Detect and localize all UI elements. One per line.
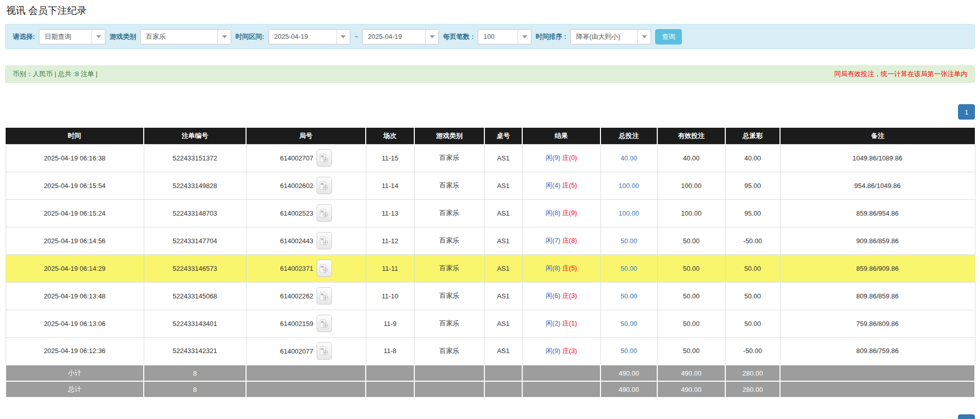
cell-round-id: 614002159 <box>246 310 366 337</box>
page-size-select[interactable]: 100 <box>478 29 531 44</box>
round-number: 614002602 <box>280 182 313 190</box>
result-banker: 庄(0) <box>562 154 577 161</box>
total-bet-link[interactable]: 50.00 <box>620 347 637 355</box>
cell-game-type: 百家乐 <box>414 199 484 227</box>
query-type-value: 日期查询 <box>39 32 92 41</box>
cell-time: 2025-04-19 06:14:56 <box>6 227 144 254</box>
column-header: 有效投注 <box>657 128 725 144</box>
date-from-select[interactable]: 2025-04-19 <box>269 29 350 44</box>
video-replay-button[interactable] <box>317 260 332 277</box>
round-number: 614002523 <box>280 210 313 217</box>
cell-remark: 759.86/809.86 <box>780 310 975 337</box>
footer-label: 小计 <box>6 365 144 381</box>
column-header: 时间 <box>6 128 144 144</box>
cell-game-type: 百家乐 <box>414 310 484 337</box>
result-player: 闲(4) <box>546 181 561 189</box>
round-number: 614002371 <box>280 265 313 272</box>
cell-round-id: 614002523 <box>246 199 366 227</box>
footer-empty <box>484 365 522 381</box>
total-bet-link[interactable]: 40.00 <box>620 154 637 162</box>
footer-payout: 280.00 <box>725 365 780 381</box>
footer-empty <box>414 381 484 398</box>
footer-empty <box>366 381 414 398</box>
total-bet-link[interactable]: 100.00 <box>619 182 639 190</box>
sort-select[interactable]: 降幂(由大到小) <box>570 29 651 44</box>
cell-payout: 95.00 <box>725 199 780 227</box>
game-type-select[interactable]: 百家乐 <box>140 29 231 44</box>
total-bet-link[interactable]: 50.00 <box>620 237 637 245</box>
cell-remark: 859.86/954.86 <box>780 199 975 227</box>
chevron-down-icon <box>425 30 438 44</box>
cell-time: 2025-04-19 06:15:24 <box>6 199 144 227</box>
date-to-select[interactable]: 2025-04-19 <box>362 29 439 44</box>
total-bet-link[interactable]: 50.00 <box>620 320 637 328</box>
result-player: 闲(2) <box>546 319 561 327</box>
query-type-select[interactable]: 日期查询 <box>39 29 105 44</box>
search-button[interactable]: 查询 <box>655 29 682 44</box>
page-1-button[interactable]: 1 <box>958 104 975 120</box>
video-icon <box>320 181 328 191</box>
footer-payout: 280.00 <box>725 381 780 398</box>
bet-record-row: 2025-04-19 06:16:38522433151372614002707… <box>6 144 975 172</box>
cell-total-bet: 50.00 <box>600 254 657 282</box>
column-header: 游戏类别 <box>414 128 484 144</box>
game-type-value: 百家乐 <box>141 32 217 41</box>
result-banker: 庄(3) <box>562 292 577 299</box>
video-replay-button[interactable] <box>317 315 332 332</box>
footer-count: 8 <box>144 365 246 381</box>
footer-empty <box>522 365 600 381</box>
total-bet-link[interactable]: 50.00 <box>620 292 637 300</box>
video-replay-button[interactable] <box>317 177 332 194</box>
sort-label: 时间排序 : <box>536 32 566 41</box>
cell-result: 闲(7) 庄(8) <box>522 227 600 254</box>
video-icon <box>320 346 328 356</box>
cell-time: 2025-04-19 06:14:29 <box>6 254 144 282</box>
cell-valid-bet: 50.00 <box>657 337 725 365</box>
video-replay-button[interactable] <box>317 232 332 249</box>
cell-bet-id: 522433146573 <box>144 254 246 282</box>
video-icon <box>320 291 328 301</box>
cell-bet-id: 522433147704 <box>144 227 246 254</box>
cell-bet-id: 522433143401 <box>144 310 246 337</box>
cell-result: 闲(8) 庄(9) <box>522 199 600 227</box>
cell-total-bet: 50.00 <box>600 337 657 365</box>
result-banker: 庄(3) <box>562 347 577 355</box>
footer-empty <box>780 381 975 398</box>
cell-table-no: AS1 <box>484 254 522 282</box>
chevron-down-icon <box>337 30 350 44</box>
page-size-value: 100 <box>478 33 518 40</box>
footer-valid-bet: 490.00 <box>657 365 725 381</box>
time-range-label: 时间区间: <box>235 32 264 41</box>
round-number: 614002159 <box>280 320 313 328</box>
cell-session: 11-12 <box>366 227 414 254</box>
cell-total-bet: 100.00 <box>600 199 657 227</box>
cell-payout: 50.00 <box>725 310 780 337</box>
cell-remark: 954.86/1049.86 <box>780 172 975 199</box>
video-replay-button[interactable] <box>317 204 332 222</box>
result-player: 闲(9) <box>546 347 561 355</box>
video-replay-button[interactable] <box>317 149 332 167</box>
video-replay-button[interactable] <box>317 342 332 360</box>
cell-table-no: AS1 <box>484 310 522 337</box>
total-bet-link[interactable]: 100.00 <box>619 210 639 217</box>
cell-game-type: 百家乐 <box>414 172 484 199</box>
cell-bet-id: 522433142321 <box>144 337 246 365</box>
cell-bet-id: 522433148703 <box>144 199 246 227</box>
cell-valid-bet: 50.00 <box>657 310 725 337</box>
cell-remark: 909.86/859.86 <box>780 227 975 254</box>
cell-session: 11-9 <box>366 310 414 337</box>
cell-result: 闲(9) 庄(3) <box>522 337 600 365</box>
cell-round-id: 614002602 <box>246 172 366 199</box>
total-bet-link[interactable]: 50.00 <box>620 265 637 272</box>
footer-empty <box>366 365 414 381</box>
cell-valid-bet: 40.00 <box>657 144 725 172</box>
sort-value: 降幂(由大到小) <box>571 32 637 41</box>
summary-bar: 币别：人民币 | 总共 :8 注单 | 同局有效投注，统一计算在该局第一张注单内 <box>5 65 975 83</box>
page-1-button[interactable]: 1 <box>958 414 975 419</box>
cell-bet-id: 522433149828 <box>144 172 246 199</box>
cell-session: 11-11 <box>366 254 414 282</box>
table-header-row: 时间注单编号局号场次游戏类别桌号结果总投注有效投注总派彩备注 <box>6 128 975 144</box>
video-replay-button[interactable] <box>317 287 332 305</box>
cell-game-type: 百家乐 <box>414 282 484 310</box>
summary-row: 总计8490.00490.00280.00 <box>6 381 975 398</box>
